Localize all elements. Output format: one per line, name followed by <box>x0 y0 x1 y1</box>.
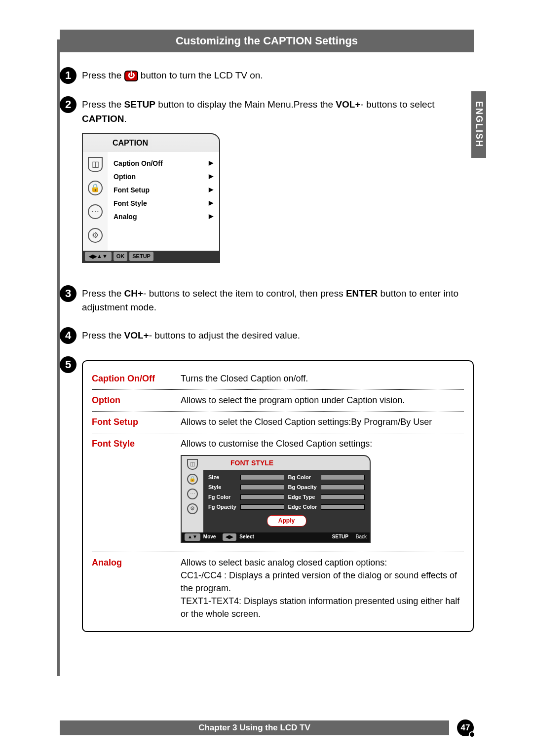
chevron-right-icon: ▶ <box>209 158 213 169</box>
picture-icon: ◫ <box>187 459 198 470</box>
row-label: Font Setup <box>92 416 181 429</box>
table-row: Font Setup Allows to selet the Closed Ca… <box>92 411 464 433</box>
up-down-icon: ▲▼ <box>185 533 200 541</box>
osd-item[interactable]: Option▶ <box>112 170 215 184</box>
step-number: 4 <box>60 327 76 344</box>
chevron-right-icon: ▶ <box>209 198 213 209</box>
row-label: Option <box>92 394 181 407</box>
field-label: Bg Opacity <box>288 484 317 491</box>
chevron-right-icon: ▶ <box>209 185 213 195</box>
caption-icon: ⋯ <box>187 489 198 499</box>
gear-icon: ⚙ <box>187 503 198 514</box>
row-text: Turns the Closed Caption on/off. <box>181 372 464 385</box>
move-label: Move <box>203 533 216 541</box>
value-bar[interactable] <box>240 485 284 490</box>
row-label: Font Style <box>92 437 181 548</box>
step-3: 3 Press the CH+- buttons to select the i… <box>60 285 474 315</box>
osd-title: CAPTION <box>83 134 219 152</box>
value-bar[interactable] <box>240 504 284 510</box>
value-bar[interactable] <box>321 475 365 480</box>
osd-title: FONT STYLE <box>203 456 370 470</box>
select-label: Select <box>239 533 254 541</box>
value-bar[interactable] <box>240 475 284 480</box>
row-text: Allows to select the program option unde… <box>181 394 464 407</box>
osd-footer: ◀▶▲▼ OK SETUP <box>83 251 219 262</box>
back-label: Back <box>356 533 367 541</box>
chevron-right-icon: ▶ <box>209 212 213 222</box>
step-number: 5 <box>60 356 76 373</box>
lock-icon: 🔒 <box>88 181 103 195</box>
left-right-icon: ◀▶ <box>223 533 236 541</box>
row-text: Allows to select basic analog closed cap… <box>181 556 464 620</box>
table-row: Analog Allows to select basic analog clo… <box>92 552 464 624</box>
osd-item[interactable]: Font Style▶ <box>112 197 215 210</box>
apply-button[interactable]: Apply <box>267 515 306 527</box>
step-text: Press the SETUP button to display the Ma… <box>82 96 474 273</box>
picture-icon: ◫ <box>88 157 103 172</box>
ok-button-label: OK <box>114 252 128 261</box>
power-icon <box>124 71 138 81</box>
field-label: Edge Color <box>288 503 317 511</box>
setup-label: SETUP <box>332 533 348 541</box>
step-number: 1 <box>60 67 76 84</box>
osd-font-style-menu: ◫ 🔒 ⋯ ⚙ FONT STYLE <box>181 455 371 543</box>
osd-side-icons: ◫ 🔒 ⋯ ⚙ <box>83 152 108 251</box>
row-label: Analog <box>92 556 181 620</box>
field-label: Edge Type <box>288 493 317 501</box>
osd-side-icons: ◫ 🔒 ⋯ ⚙ <box>182 456 203 532</box>
value-bar[interactable] <box>321 485 365 490</box>
description-table: Caption On/Off Turns the Closed Caption … <box>82 360 474 633</box>
step-text: Press the VOL+- buttons to adjust the de… <box>82 327 474 344</box>
osd-item[interactable]: Caption On/Off▶ <box>112 157 215 170</box>
page-number-badge: 47 <box>457 719 474 736</box>
field-label: Size <box>208 474 236 482</box>
caption-icon: ⋯ <box>88 204 103 219</box>
step-1: 1 Press the button to turn the LCD TV on… <box>60 67 474 84</box>
row-text: Allows to customise the Closed Caption s… <box>181 437 464 450</box>
language-tab: ENGLISH <box>471 91 486 158</box>
field-label: Fg Color <box>208 493 236 501</box>
field-label: Fg Opacity <box>208 503 236 511</box>
osd-caption-menu: CAPTION ◫ 🔒 ⋯ ⚙ Caption On/Off▶ Option▶ … <box>82 133 220 263</box>
chevron-right-icon: ▶ <box>209 172 213 182</box>
table-row: Option Allows to select the program opti… <box>92 389 464 411</box>
step-5: 5 Caption On/Off Turns the Closed Captio… <box>60 356 474 633</box>
osd-item[interactable]: Font Setup▶ <box>112 184 215 197</box>
field-label: Bg Color <box>288 474 317 482</box>
left-margin-bar <box>57 39 60 676</box>
table-row: Font Style Allows to customise the Close… <box>92 433 464 552</box>
lock-icon: 🔒 <box>187 474 198 485</box>
value-bar[interactable] <box>321 504 365 510</box>
osd-item-list: Caption On/Off▶ Option▶ Font Setup▶ Font… <box>108 152 219 251</box>
value-bar[interactable] <box>240 494 284 500</box>
step-number: 3 <box>60 285 76 302</box>
row-text: Allows to selet the Closed Caption setti… <box>181 416 464 429</box>
value-bar[interactable] <box>321 494 365 500</box>
step-2: 2 Press the SETUP button to display the … <box>60 96 474 273</box>
step-text: Press the button to turn the LCD TV on. <box>82 67 474 84</box>
row-label: Caption On/Off <box>92 372 181 385</box>
setup-button-label: SETUP <box>129 252 153 261</box>
osd-footer: ▲▼Move ◀▶Select SETUP Back <box>182 532 370 542</box>
gear-icon: ⚙ <box>88 228 103 243</box>
step-number: 2 <box>60 96 76 113</box>
table-row: Caption On/Off Turns the Closed Caption … <box>92 368 464 389</box>
field-label: Style <box>208 484 236 491</box>
step-4: 4 Press the VOL+- buttons to adjust the … <box>60 327 474 344</box>
nav-arrows-icon: ◀▶▲▼ <box>85 252 112 261</box>
step-text: Press the CH+- buttons to select the ite… <box>82 285 474 315</box>
osd-item[interactable]: Analog▶ <box>112 210 215 224</box>
chapter-title: Chapter 3 Using the LCD TV <box>60 720 449 735</box>
section-title: Customizing the CAPTION Settings <box>60 30 474 52</box>
page-footer: Chapter 3 Using the LCD TV 47 <box>60 720 474 735</box>
page-badge-dot <box>469 731 475 738</box>
